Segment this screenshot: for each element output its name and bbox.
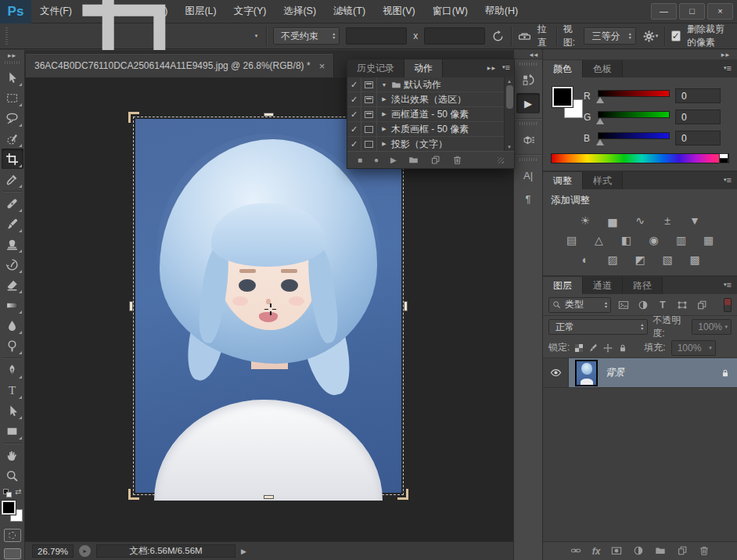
tab-actions[interactable]: 动作 <box>404 59 443 77</box>
action-enabled-check-icon[interactable]: ✓ <box>347 92 361 106</box>
action-modal-icon[interactable] <box>361 107 377 121</box>
black-white-icon[interactable]: ◧ <box>618 233 635 246</box>
blend-mode-select[interactable]: 正常 ▴▾ <box>548 319 648 335</box>
tool-pen[interactable] <box>2 360 23 380</box>
action-modal-icon[interactable] <box>361 77 377 92</box>
tool-blur[interactable] <box>2 315 23 336</box>
filter-adjustment-layers-icon[interactable] <box>636 300 650 311</box>
panel-resize-grip[interactable] <box>498 157 504 163</box>
tool-lasso[interactable] <box>2 108 23 128</box>
green-slider-thumb[interactable] <box>596 118 604 124</box>
tab-layers[interactable]: 图层 <box>543 277 583 294</box>
fill-field[interactable]: 100%▾ <box>671 340 716 356</box>
crop-handle-left[interactable] <box>129 301 133 311</box>
tool-rectangular-marquee[interactable] <box>2 88 23 108</box>
tool-move[interactable] <box>2 67 23 88</box>
tool-clone-stamp[interactable] <box>2 234 23 254</box>
foreground-color-swatch[interactable] <box>2 501 16 515</box>
crop-settings-gear-icon[interactable]: ▾ <box>642 30 659 43</box>
lock-image-pixels-icon[interactable] <box>588 343 598 353</box>
blue-slider[interactable] <box>598 132 670 139</box>
color-spectrum-ramp[interactable] <box>551 153 729 163</box>
expander-right-icon[interactable]: ▶ <box>377 111 391 117</box>
new-layer-button[interactable] <box>677 545 688 558</box>
filter-pixel-layers-icon[interactable] <box>617 300 631 311</box>
tab-styles[interactable]: 样式 <box>583 172 623 189</box>
delete-layer-button[interactable] <box>699 545 710 558</box>
panel-menu-icon[interactable]: ▾≡ <box>502 63 510 72</box>
crop-width-input[interactable] <box>346 27 407 45</box>
tool-rectangle[interactable] <box>2 421 23 441</box>
menu-window[interactable]: 窗口(W) <box>424 0 476 23</box>
delete-action-button[interactable] <box>452 155 462 165</box>
tool-spot-healing-brush[interactable] <box>2 193 23 214</box>
action-enabled-check-icon[interactable]: ✓ <box>347 77 361 92</box>
image-document[interactable] <box>135 119 401 493</box>
add-layer-mask-button[interactable] <box>611 545 622 558</box>
crop-handle-right[interactable] <box>404 301 408 311</box>
scroll-down-icon[interactable]: ▼ <box>507 145 512 149</box>
delete-cropped-pixels-label[interactable]: 删除裁剪的像素 <box>687 23 732 49</box>
red-slider[interactable] <box>598 90 670 97</box>
layer-style-button[interactable]: fx <box>592 546 601 557</box>
menu-select[interactable]: 选择(S) <box>275 0 325 23</box>
link-layers-button[interactable] <box>570 545 581 558</box>
quick-mask-button[interactable] <box>4 529 21 542</box>
scroll-up-icon[interactable]: ▲ <box>507 79 512 84</box>
photo-filter-icon[interactable]: ◉ <box>645 233 663 246</box>
swap-dimensions-icon[interactable] <box>491 30 505 43</box>
action-row[interactable]: ✓ ▶ 淡出效果（选区） <box>347 92 504 107</box>
expander-right-icon[interactable]: ▶ <box>377 141 391 147</box>
action-name[interactable]: 淡出效果（选区） <box>391 93 466 106</box>
menu-help[interactable]: 帮助(H) <box>476 0 527 23</box>
actions-panel-button[interactable]: ▶ <box>516 93 540 113</box>
stop-playing-button[interactable]: ■ <box>358 156 362 164</box>
action-row[interactable]: ✓ ▶ 木质画框 - 50 像素 <box>347 122 504 137</box>
new-action-button[interactable] <box>430 155 440 165</box>
layer-name[interactable]: 背景 <box>606 366 624 379</box>
gradient-map-icon[interactable]: ▧ <box>659 253 676 266</box>
scroll-thumb[interactable] <box>506 85 513 109</box>
vibrance-icon[interactable]: ▼ <box>686 214 703 227</box>
levels-icon[interactable]: ▅ <box>604 214 621 227</box>
swap-colors-icon[interactable]: ⇄ <box>15 487 21 496</box>
filter-smart-objects-icon[interactable] <box>695 300 709 311</box>
invert-icon[interactable]: ◐ <box>577 253 594 266</box>
tools-collapse-icon[interactable]: ▶▶ <box>0 50 24 60</box>
document-close-icon[interactable]: × <box>319 61 325 71</box>
menu-view[interactable]: 视图(V) <box>374 0 424 23</box>
opacity-field[interactable]: 100%▾ <box>692 319 732 335</box>
crop-handle-top[interactable] <box>264 113 274 117</box>
blue-slider-thumb[interactable] <box>596 139 604 145</box>
action-enabled-check-icon[interactable]: ✓ <box>347 137 361 151</box>
tools-grip[interactable] <box>5 61 20 64</box>
expander-down-icon[interactable]: ▼ <box>377 82 391 88</box>
dock-collapse-icon[interactable]: ▶▶ <box>543 49 737 60</box>
action-name[interactable]: 画框通道 - 50 像素 <box>391 108 469 121</box>
expander-right-icon[interactable]: ▶ <box>377 126 391 132</box>
layer-row-background[interactable]: 背景 <box>543 358 737 388</box>
default-colors-icon[interactable] <box>3 489 12 497</box>
dock-expand-icon[interactable]: ◀◀ <box>514 49 542 59</box>
new-adjustment-layer-button[interactable] <box>633 545 644 558</box>
status-menu-arrow-icon[interactable]: ▶ <box>241 547 246 555</box>
maximize-button[interactable]: □ <box>679 3 705 20</box>
filter-kind-select[interactable]: 类型 ▴▾ <box>548 297 611 313</box>
color-lookup-icon[interactable]: ▦ <box>700 233 717 246</box>
action-modal-icon[interactable] <box>361 92 377 106</box>
delete-cropped-pixels-checkbox[interactable]: ✓ <box>671 31 681 41</box>
paragraph-panel-button[interactable]: ¶ <box>516 188 540 209</box>
green-value-field[interactable]: 0 <box>675 109 721 124</box>
hue-saturation-icon[interactable]: ▤ <box>563 233 581 246</box>
new-group-button[interactable] <box>655 545 666 558</box>
exposure-icon[interactable]: ± <box>659 214 676 227</box>
selective-color-icon[interactable]: ▩ <box>686 253 703 266</box>
action-name[interactable]: 投影（文字） <box>391 138 448 151</box>
action-modal-icon[interactable] <box>361 137 377 151</box>
layer-thumbnail[interactable] <box>576 361 597 386</box>
tool-eraser[interactable] <box>2 275 23 295</box>
lock-all-icon[interactable] <box>618 343 627 353</box>
posterize-icon[interactable]: ▨ <box>604 253 621 266</box>
new-action-set-button[interactable] <box>408 155 419 165</box>
begin-recording-button[interactable]: ● <box>374 156 379 164</box>
